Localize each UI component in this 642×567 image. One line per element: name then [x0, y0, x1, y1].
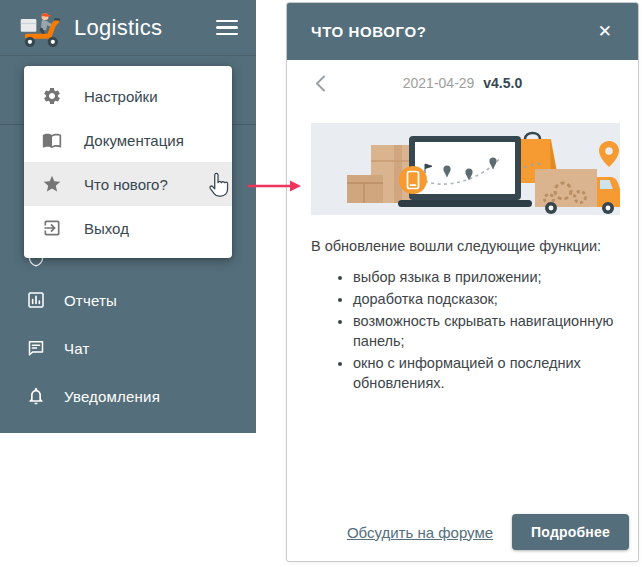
sidebar-item-notifications[interactable]: Уведомления — [0, 372, 256, 420]
update-intro-text: В обновление вошли следующие функции: — [311, 238, 614, 254]
menu-item-settings[interactable]: Настройки — [24, 74, 232, 118]
menu-item-documentation[interactable]: Документация — [24, 118, 232, 162]
menu-item-label: Что нового? — [84, 176, 168, 193]
menu-item-label: Выход — [84, 220, 129, 237]
close-icon[interactable]: ✕ — [596, 21, 614, 42]
forum-link[interactable]: Обсудить на форуме — [347, 524, 493, 541]
chat-icon — [26, 338, 46, 358]
delivery-scooter-logo-icon — [18, 8, 62, 50]
details-button[interactable]: Подробнее — [512, 514, 629, 550]
panel-footer: Обсудить на форуме Подробнее — [287, 514, 638, 561]
release-illustration — [311, 123, 620, 215]
star-icon — [42, 174, 62, 194]
book-icon — [42, 130, 62, 150]
gear-icon — [42, 86, 62, 106]
menu-item-whats-new[interactable]: Что нового? — [24, 162, 232, 206]
hamburger-menu-icon[interactable] — [216, 12, 238, 44]
whats-new-panel: ЧТО НОВОГО? ✕ 2021-04-29 v4.5.0 — [286, 2, 639, 562]
app-title: Logistics — [74, 15, 162, 41]
panel-header: ЧТО НОВОГО? ✕ — [287, 3, 638, 60]
feature-item: возможность скрывать навигационную панел… — [353, 311, 614, 351]
release-date: 2021-04-29 — [403, 75, 475, 91]
feature-item: доработка подсказок; — [353, 289, 614, 309]
logistics-illustration-image — [311, 123, 620, 215]
release-nav: 2021-04-29 v4.5.0 — [287, 60, 638, 106]
app-window: Logistics Отчеты Чат — [0, 0, 642, 567]
sidebar-item-label: Отчеты — [64, 292, 117, 309]
bar-chart-icon — [26, 290, 46, 310]
menu-item-logout[interactable]: Выход — [24, 206, 232, 250]
logout-icon — [42, 218, 62, 238]
bell-icon — [26, 386, 46, 406]
sidebar-item-reports[interactable]: Отчеты — [0, 276, 256, 324]
cursor-pointer — [205, 171, 232, 202]
menu-item-label: Настройки — [84, 88, 158, 105]
feature-list: выбор языка в приложении; доработка подс… — [287, 267, 614, 395]
sidebar-item-label: Чат — [64, 340, 89, 357]
panel-title: ЧТО НОВОГО? — [311, 23, 427, 40]
release-version: v4.5.0 — [483, 75, 522, 91]
sidebar-item-chat[interactable]: Чат — [0, 324, 256, 372]
feature-item: выбор языка в приложении; — [353, 267, 614, 287]
sidebar-nav: Отчеты Чат Уведомления — [0, 276, 256, 420]
annotation-arrow — [246, 178, 302, 194]
dropdown-menu: Настройки Документация Что нового? Выход — [24, 66, 232, 258]
release-info: 2021-04-29 v4.5.0 — [287, 75, 638, 91]
feature-item: окно с информацией о последних обновлени… — [353, 353, 614, 393]
menu-item-label: Документация — [84, 132, 184, 149]
sidebar-item-label: Уведомления — [64, 388, 160, 405]
sidebar-header: Logistics — [0, 0, 256, 56]
